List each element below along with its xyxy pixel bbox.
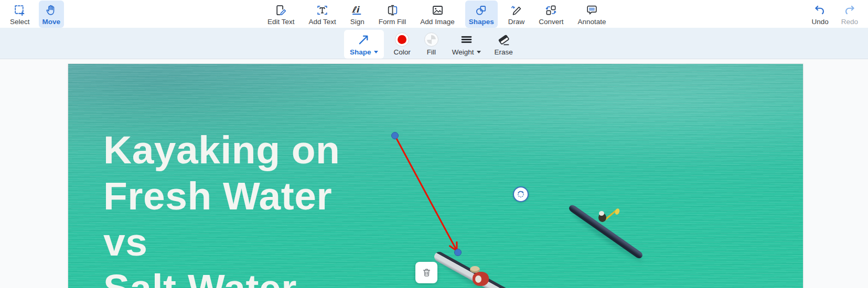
undo-button[interactable]: Undo — [808, 1, 832, 28]
image-icon — [431, 3, 444, 17]
title-line: vs — [103, 219, 340, 265]
rotate-icon — [516, 190, 526, 199]
weight-dropdown[interactable]: Weight — [448, 30, 485, 59]
kayaker-cap — [599, 211, 604, 216]
title-line: Kayaking on — [103, 127, 340, 173]
chevron-down-icon — [477, 51, 481, 53]
add-text-label: Add Text — [309, 18, 336, 26]
annotate-button[interactable]: Annotate — [574, 1, 609, 28]
document-canvas[interactable]: Kayaking on Fresh Water vs Salt Water — [0, 59, 868, 288]
edit-text-button[interactable]: Edit Text — [264, 1, 298, 28]
form-fill-button[interactable]: Form Fill — [375, 1, 410, 28]
erase-button[interactable]: Erase — [491, 30, 517, 59]
undo-label: Undo — [811, 18, 828, 26]
comment-icon — [585, 3, 599, 17]
undo-arrow-icon — [813, 3, 827, 17]
convert-button[interactable]: Convert — [535, 1, 567, 28]
arrow-start-handle[interactable] — [391, 132, 399, 139]
sign-label: Sign — [350, 18, 365, 26]
shapes-label: Shapes — [469, 18, 494, 26]
form-field-icon — [385, 3, 399, 17]
edit-text-label: Edit Text — [267, 18, 295, 26]
shape-type-dropdown[interactable]: Shape — [344, 30, 384, 59]
convert-label: Convert — [539, 18, 563, 26]
annotate-label: Annotate — [577, 18, 606, 26]
redo-arrow-icon — [843, 3, 856, 17]
toolbar-group-left: Select Move — [6, 1, 64, 28]
fill-swatch-icon — [424, 32, 438, 47]
chevron-down-icon — [374, 51, 378, 53]
move-label: Move — [42, 18, 61, 26]
add-text-button[interactable]: Add Text — [305, 1, 340, 28]
title-line: Salt Water — [103, 265, 340, 288]
line-weight-icon — [459, 32, 474, 47]
shapes-icon — [475, 3, 488, 17]
select-label: Select — [10, 18, 30, 26]
erase-label: Erase — [495, 48, 513, 56]
title-line: Fresh Water — [103, 173, 340, 219]
sign-button[interactable]: ℓi Sign — [347, 1, 368, 28]
weight-label: Weight — [452, 48, 474, 56]
hand-icon — [45, 3, 58, 17]
kayaker-straw-hat — [470, 266, 480, 273]
form-fill-label: Form Fill — [379, 18, 406, 26]
document-title: Kayaking on Fresh Water vs Salt Water — [103, 127, 340, 288]
color-button[interactable]: Color — [390, 30, 414, 59]
svg-text:ℓi: ℓi — [351, 4, 360, 14]
fill-label: Fill — [427, 48, 436, 56]
redo-button[interactable]: Redo — [838, 1, 862, 28]
document-page[interactable]: Kayaking on Fresh Water vs Salt Water — [68, 64, 803, 288]
color-label: Color — [394, 48, 411, 56]
color-swatch-icon — [395, 32, 409, 47]
redo-label: Redo — [841, 18, 858, 26]
shapes-button[interactable]: Shapes — [465, 1, 498, 28]
kayaker-vest — [475, 275, 481, 283]
draw-label: Draw — [508, 18, 525, 26]
trash-icon — [422, 268, 432, 278]
add-text-icon — [316, 3, 329, 17]
delete-annotation-button[interactable] — [415, 262, 437, 283]
shape-label: Shape — [350, 48, 371, 56]
rotate-handle[interactable] — [513, 186, 529, 202]
move-button[interactable]: Move — [39, 1, 65, 28]
select-marquee-icon — [13, 3, 27, 17]
arrow-shape-icon — [357, 32, 371, 47]
pencil-icon — [509, 3, 523, 17]
edit-text-icon — [274, 3, 288, 17]
fill-button[interactable]: Fill — [421, 30, 442, 59]
toolbar-group-center: Edit Text Add Text ℓi Sign — [264, 1, 610, 28]
shape-options-toolbar: Shape Color Fill Weight — [0, 28, 868, 59]
arrow-end-handle[interactable] — [454, 249, 462, 256]
add-image-label: Add Image — [420, 18, 454, 26]
draw-button[interactable]: Draw — [505, 1, 529, 28]
main-toolbar: Select Move Edit Text — [0, 0, 868, 28]
convert-icon — [544, 3, 558, 17]
signature-icon: ℓi — [350, 3, 364, 17]
eraser-icon — [497, 32, 511, 47]
add-image-button[interactable]: Add Image — [416, 1, 458, 28]
toolbar-group-right: Undo Redo — [808, 1, 862, 28]
select-button[interactable]: Select — [6, 1, 34, 28]
